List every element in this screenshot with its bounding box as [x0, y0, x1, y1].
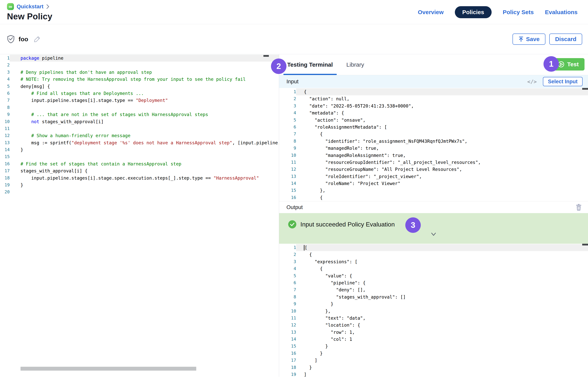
line-content[interactable]: # Show a human-friendly error message	[10, 132, 279, 139]
nav-tab-evaluations[interactable]: Evaluations	[545, 9, 577, 15]
code-line-5[interactable]: 5 "action": "onsave",	[279, 117, 588, 124]
code-line-1[interactable]: 1{	[279, 88, 588, 95]
code-line-14[interactable]: 14 "roleName": "Project Viewer"	[279, 180, 588, 187]
line-content[interactable]: "pipeline": {	[296, 279, 588, 286]
line-content[interactable]: "expressions": [	[296, 258, 588, 265]
code-view-icon[interactable]: </>	[527, 79, 537, 85]
code-line-13[interactable]: 13 "row": 1,	[279, 329, 588, 336]
line-content[interactable]: {	[296, 130, 588, 138]
code-line-2[interactable]: 2	[0, 62, 279, 69]
code-line-14[interactable]: 14}	[0, 146, 279, 153]
code-line-8[interactable]: 8 "identifier": "role_assignment_NsFQM43…	[279, 138, 588, 145]
line-content[interactable]: # Find all stages that are Deployments .…	[10, 90, 279, 97]
code-line-6[interactable]: 6 "roleAssignmentMetadata": [	[279, 124, 588, 130]
line-content[interactable]: "metadata": {	[296, 109, 588, 117]
line-content[interactable]: not stages_with_approval[i]	[10, 118, 279, 125]
line-content[interactable]: "text": "data",	[296, 315, 588, 322]
line-content[interactable]: [	[296, 244, 588, 251]
code-line-7[interactable]: 7 {	[279, 130, 588, 138]
line-content[interactable]: },	[296, 187, 588, 194]
line-content[interactable]: ]	[296, 371, 588, 377]
line-content[interactable]: "resourceGroupIdentifier": "_all_project…	[296, 159, 588, 166]
code-line-17[interactable]: 17 ]	[279, 357, 588, 364]
line-content[interactable]: }	[296, 364, 588, 371]
line-content[interactable]: "identifier": "role_assignment_NsFQM43Rq…	[296, 138, 588, 145]
line-content[interactable]: # Find the set of stages that contain a …	[10, 160, 279, 167]
code-line-4[interactable]: 4# NOTE: Try removing the HarnessApprova…	[0, 76, 279, 83]
line-content[interactable]: }	[296, 350, 588, 357]
line-content[interactable]: # Deny pipelines that don't have an appr…	[10, 69, 279, 76]
line-content[interactable]: "managedRole": true,	[296, 145, 588, 152]
code-line-7[interactable]: 7 input.pipeline.stages[i].stage.type ==…	[0, 97, 279, 104]
line-content[interactable]: {	[296, 88, 588, 95]
line-content[interactable]: {	[296, 194, 588, 201]
code-line-17[interactable]: 17stages_with_approval[i] {	[0, 167, 279, 174]
line-content[interactable]: }	[296, 300, 588, 307]
code-line-16[interactable]: 16 {	[279, 194, 588, 201]
line-content[interactable]: msg := sprintf("deployment stage '%s' do…	[10, 139, 279, 146]
code-line-19[interactable]: 19}	[0, 182, 279, 188]
line-content[interactable]	[10, 62, 279, 69]
line-content[interactable]: "resourceGroupName": "All Project Level …	[296, 166, 588, 173]
code-line-20[interactable]: 20	[0, 188, 279, 195]
line-content[interactable]: "action": null,	[296, 95, 588, 102]
breadcrumb-project-link[interactable]: Quickstart	[17, 3, 44, 10]
line-content[interactable]: "managedRoleAssignment": true,	[296, 152, 588, 159]
code-line-9[interactable]: 9 }	[279, 300, 588, 307]
code-line-10[interactable]: 10 "managedRoleAssignment": true,	[279, 152, 588, 159]
edit-name-button[interactable]	[33, 35, 41, 43]
nav-tab-policies[interactable]: Policies	[455, 6, 491, 18]
line-content[interactable]	[10, 104, 279, 111]
line-content[interactable]: }	[10, 146, 279, 153]
code-line-10[interactable]: 10 },	[279, 308, 588, 315]
code-line-9[interactable]: 9 "managedRole": true,	[279, 145, 588, 152]
code-line-11[interactable]: 11 "resourceGroupIdentifier": "_all_proj…	[279, 159, 588, 166]
line-content[interactable]: "row": 1,	[296, 329, 588, 336]
line-content[interactable]: "roleAssignmentMetadata": [	[296, 124, 588, 130]
code-line-9[interactable]: 9 # ... that are not in the set of stage…	[0, 111, 279, 118]
code-line-4[interactable]: 4 {	[279, 265, 588, 272]
code-line-6[interactable]: 6 "pipeline": {	[279, 279, 588, 286]
code-line-3[interactable]: 3 "date": "2022-05-05T20:41:23.538+0000"…	[279, 103, 588, 109]
code-line-4[interactable]: 4 "metadata": {	[279, 109, 588, 117]
code-line-1[interactable]: 1package pipeline	[0, 55, 279, 62]
editor-horizontal-scrollbar[interactable]	[21, 367, 196, 371]
code-line-18[interactable]: 18 input.pipeline.stages[i].stage.spec.e…	[0, 175, 279, 182]
line-content[interactable]	[10, 153, 279, 160]
code-line-12[interactable]: 12 # Show a human-friendly error message	[0, 132, 279, 139]
code-line-16[interactable]: 16# Find the set of stages that contain …	[0, 160, 279, 167]
code-line-15[interactable]: 15 }	[279, 343, 588, 350]
line-content[interactable]: input.pipeline.stages[i].stage.spec.exec…	[10, 175, 279, 182]
code-line-18[interactable]: 18 }	[279, 364, 588, 371]
code-line-5[interactable]: 5deny[msg] {	[0, 83, 279, 90]
line-content[interactable]: "action": "onsave",	[296, 117, 588, 124]
code-line-2[interactable]: 2 {	[279, 251, 588, 258]
line-content[interactable]: "date": "2022-05-05T20:41:23.538+0000",	[296, 103, 588, 109]
code-line-12[interactable]: 12 "resourceGroupName": "All Project Lev…	[279, 166, 588, 173]
code-line-7[interactable]: 7 "deny": [],	[279, 286, 588, 293]
code-line-11[interactable]: 11	[0, 125, 279, 132]
save-button[interactable]: Save	[512, 34, 545, 45]
code-line-16[interactable]: 16 }	[279, 350, 588, 357]
output-json-editor[interactable]: 1[2 {3 "expressions": [4 {5 "value": {6 …	[279, 244, 588, 377]
line-content[interactable]: stages_with_approval[i] {	[10, 167, 279, 174]
line-content[interactable]: },	[296, 308, 588, 315]
tab-testing-terminal[interactable]: Testing Terminal	[286, 54, 334, 75]
code-line-15[interactable]: 15	[0, 153, 279, 160]
code-line-8[interactable]: 8	[0, 104, 279, 111]
line-content[interactable]: }	[10, 182, 279, 188]
code-line-12[interactable]: 12 "location": {	[279, 322, 588, 329]
line-content[interactable]: "col": 1	[296, 336, 588, 343]
line-content[interactable]: "roleIdentifier": "_project_viewer",	[296, 173, 588, 180]
line-content[interactable]: ]	[296, 357, 588, 364]
code-line-5[interactable]: 5 "value": {	[279, 272, 588, 279]
line-content[interactable]: # NOTE: Try removing the HarnessApproval…	[10, 76, 279, 83]
tab-library[interactable]: Library	[346, 54, 364, 75]
line-content[interactable]: "deny": [],	[296, 286, 588, 293]
clear-output-button[interactable]	[576, 204, 582, 211]
line-content[interactable]: # ... that are not in the set of stages …	[10, 111, 279, 118]
line-content[interactable]: "location": {	[296, 322, 588, 329]
line-content[interactable]: }	[296, 343, 588, 350]
nav-tab-policy-sets[interactable]: Policy Sets	[503, 9, 534, 15]
code-line-10[interactable]: 10 not stages_with_approval[i]	[0, 118, 279, 125]
